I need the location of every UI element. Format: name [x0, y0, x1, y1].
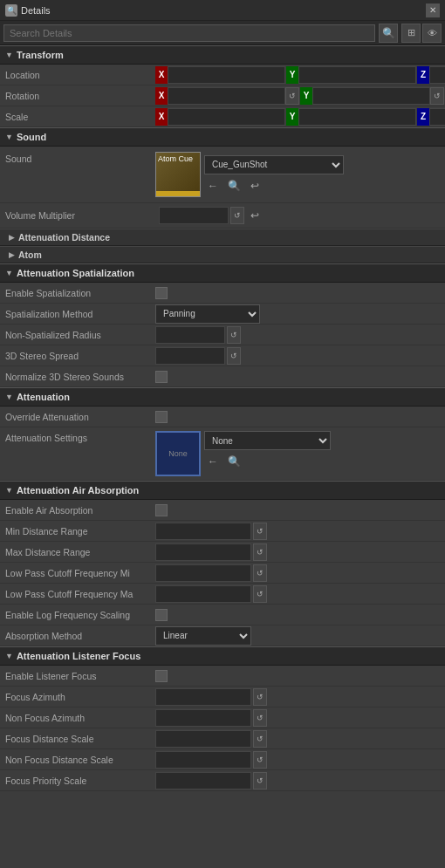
absorption-method-select[interactable]: Linear [155, 626, 251, 646]
focus-azimuth-reset[interactable]: ↺ [253, 688, 267, 706]
eye-button[interactable]: 👁 [422, 24, 442, 43]
rotation-x-input[interactable]: 0.0 ° [168, 87, 285, 105]
sound-action-icons: ← 🔍 ↩ [204, 177, 344, 195]
spatial-method-select[interactable]: Panning [155, 304, 260, 324]
min-dist-input[interactable]: 3000.0 [155, 523, 251, 540]
non-spatial-value: 0.0 ↺ [155, 326, 440, 344]
sound-back-button[interactable]: ← [204, 177, 222, 195]
rotation-x-reset[interactable]: ↺ [285, 87, 299, 105]
sound-find-button[interactable]: 🔍 [225, 177, 243, 195]
sound-asset-value: Atom Cue Cue_GunShot ← 🔍 ↩ [155, 152, 440, 197]
focus-priority-row: Focus Priority Scale 1.0 ↺ [0, 770, 445, 791]
sound-section-header[interactable]: ▼ Sound [0, 127, 445, 147]
log-freq-value [155, 609, 440, 621]
atten-back-button[interactable]: ← [204, 453, 222, 470]
scale-z-input[interactable]: 1.0 [429, 108, 445, 126]
non-focus-azimuth-input[interactable]: 60.0 [155, 709, 251, 727]
non-focus-dist-scale-value: 1.0 ↺ [155, 751, 440, 769]
atten-settings-select[interactable]: None [204, 431, 331, 450]
grid-view-button[interactable]: ⊞ [401, 24, 421, 43]
stereo-spread-input[interactable]: 200.0 [155, 347, 225, 365]
sound-collapse-arrow: ▼ [5, 133, 13, 141]
spatial-section-header[interactable]: ▼ Attenuation Spatialization [0, 263, 445, 283]
enable-air-value [155, 504, 440, 516]
rotation-xyz: X 0.0 ° ↺ Y 0.0 ° ↺ Z 0.0 ° ↺ [155, 87, 445, 105]
scale-value: X 1.0 Y 1.0 Z 1.0 🔒 [155, 108, 445, 126]
enable-spatial-value [155, 287, 440, 299]
spatial-arrow: ▼ [5, 269, 13, 277]
search-input[interactable] [3, 24, 375, 42]
focus-azimuth-label: Focus Azimuth [5, 692, 155, 702]
sound-use-button[interactable]: ↩ [246, 177, 264, 195]
enable-focus-checkbox[interactable] [155, 670, 168, 682]
non-spatial-input[interactable]: 0.0 [155, 326, 225, 344]
location-y-input[interactable]: 0.0 [298, 66, 416, 84]
non-spatial-reset[interactable]: ↺ [227, 326, 241, 344]
air-absorption-section-header[interactable]: ▼ Attenuation Air Absorption [0, 481, 445, 500]
non-focus-dist-scale-reset[interactable]: ↺ [253, 751, 267, 769]
atten-settings-controls: None ← 🔍 [204, 431, 331, 470]
non-focus-dist-scale-input[interactable]: 1.0 [155, 751, 251, 769]
location-x-input[interactable]: 0.0 [168, 66, 285, 84]
scale-x-input[interactable]: 1.0 [168, 108, 285, 126]
focus-dist-scale-reset[interactable]: ↺ [253, 730, 267, 748]
low-pass-min-input[interactable]: 20000.0 [155, 564, 251, 582]
rotation-x-field: X 0.0 ° ↺ [155, 87, 299, 105]
volume-extra-btn[interactable]: ↩ [246, 207, 264, 224]
listener-focus-section-header[interactable]: ▼ Attenuation Listener Focus [0, 646, 445, 666]
stereo-spread-label: 3D Stereo Spread [5, 351, 155, 361]
sound-content: Sound Atom Cue Cue_GunShot ← 🔍 ↩ [0, 147, 445, 229]
absorption-method-value: Linear [155, 626, 440, 646]
rotation-y-reset[interactable]: ↺ [430, 87, 444, 105]
enable-air-checkbox[interactable] [155, 504, 168, 516]
scale-y-label: Y [286, 108, 298, 126]
rotation-row: Rotation X 0.0 ° ↺ Y 0.0 ° ↺ Z 0.0 ° ↺ [0, 85, 445, 106]
normalize-checkbox[interactable] [155, 371, 168, 383]
title-bar: 🔍 Details ✕ [0, 0, 445, 21]
low-pass-max-value: 20000.0 ↺ [155, 585, 440, 603]
max-dist-reset[interactable]: ↺ [253, 543, 267, 561]
search-button[interactable]: 🔍 [379, 24, 398, 43]
enable-focus-label: Enable Listener Focus [5, 671, 155, 681]
min-dist-value: 3000.0 ↺ [155, 523, 440, 540]
atten-settings-icons: ← 🔍 [204, 453, 331, 470]
stereo-spread-reset[interactable]: ↺ [227, 347, 241, 365]
attenuation-arrow: ▼ [5, 393, 13, 401]
atten-distance-arrow: ▶ [9, 233, 15, 242]
override-atten-checkbox[interactable] [155, 411, 168, 423]
attenuation-section-label: Attenuation [17, 392, 70, 402]
max-dist-input[interactable]: 6000.0 [155, 543, 251, 561]
atten-distance-header[interactable]: ▶ Attenuation Distance [0, 229, 445, 246]
stereo-spread-value: 200.0 ↺ [155, 347, 440, 365]
focus-azimuth-input[interactable]: 30.0 [155, 688, 251, 706]
atom-header[interactable]: ▶ Atom [0, 246, 445, 263]
atten-none-text: None [168, 449, 188, 458]
atten-settings-value: None None ← 🔍 [155, 431, 440, 476]
close-button[interactable]: ✕ [426, 3, 440, 17]
transform-section-header[interactable]: ▼ Transform [0, 45, 445, 65]
normalize-value [155, 371, 440, 383]
scale-y-input[interactable]: 1.0 [298, 108, 416, 126]
sound-cue-select[interactable]: Cue_GunShot [204, 155, 344, 174]
attenuation-section-header[interactable]: ▼ Attenuation [0, 387, 445, 407]
non-spatial-row: Non-Spatialized Radius 0.0 ↺ [0, 325, 445, 345]
enable-spatial-checkbox[interactable] [155, 287, 168, 299]
non-focus-azimuth-reset[interactable]: ↺ [253, 709, 267, 727]
log-freq-checkbox[interactable] [155, 609, 168, 621]
attenuation-content: Override Attenuation Attenuation Setting… [0, 407, 445, 481]
focus-priority-reset[interactable]: ↺ [253, 772, 267, 789]
low-pass-max-reset[interactable]: ↺ [253, 585, 267, 603]
focus-priority-input[interactable]: 1.0 [155, 772, 251, 789]
rotation-y-input[interactable]: 0.0 ° [312, 87, 430, 105]
spatial-method-value: Panning [155, 304, 440, 324]
low-pass-min-reset[interactable]: ↺ [253, 564, 267, 582]
location-z-input[interactable]: 0.0 [429, 66, 445, 84]
focus-dist-scale-input[interactable]: 1.0 [155, 730, 251, 748]
volume-reset-btn[interactable]: ↺ [230, 207, 244, 224]
volume-input[interactable]: 0.5 [159, 207, 229, 224]
location-x-label: X [155, 66, 168, 84]
low-pass-max-input[interactable]: 20000.0 [155, 585, 251, 603]
min-dist-reset[interactable]: ↺ [253, 523, 267, 540]
location-x-field: X 0.0 [155, 66, 285, 84]
atten-find-button[interactable]: 🔍 [225, 453, 243, 470]
